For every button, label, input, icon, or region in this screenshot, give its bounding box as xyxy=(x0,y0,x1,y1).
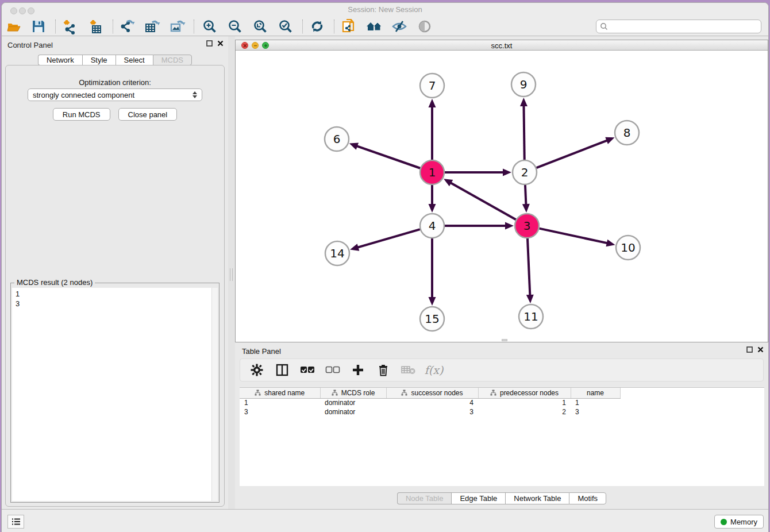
control-panel-title: Control Panel xyxy=(7,41,53,49)
export-image-button[interactable] xyxy=(168,18,187,34)
table-cell[interactable]: 4 xyxy=(386,398,478,407)
table-row[interactable]: 3dominator323 xyxy=(240,407,764,417)
tab-network[interactable]: Network xyxy=(38,55,82,65)
memory-button[interactable]: Memory xyxy=(714,515,764,529)
graph-node[interactable]: 2 xyxy=(513,160,537,184)
node-table-body: 1dominator4113dominator323 xyxy=(240,398,764,417)
refresh-icon xyxy=(310,19,325,34)
graph-edge[interactable] xyxy=(523,105,524,160)
network-canvas[interactable]: 1234678910111415 xyxy=(236,51,768,342)
task-history-button[interactable] xyxy=(7,515,24,529)
panel-divider[interactable] xyxy=(228,36,235,509)
zoom-fit-button[interactable] xyxy=(251,18,270,34)
status-bar: Memory xyxy=(2,509,768,532)
table-cell[interactable]: 1 xyxy=(240,398,320,407)
search-field[interactable] xyxy=(596,20,761,33)
split-handle-icon[interactable] xyxy=(502,339,507,341)
graph-node[interactable]: 7 xyxy=(420,74,444,98)
delete-table-button xyxy=(400,361,417,379)
tab-edge-table[interactable]: Edge Table xyxy=(451,492,505,504)
criterion-dropdown[interactable]: strongly connected component xyxy=(28,88,202,101)
table-cell[interactable]: dominator xyxy=(320,407,386,417)
show-columns-button[interactable] xyxy=(274,361,291,379)
column-header-successor-nodes[interactable]: successor nodes xyxy=(386,388,478,398)
select-all-button[interactable] xyxy=(299,361,316,379)
graph-edge[interactable] xyxy=(356,146,420,168)
homes-icon xyxy=(365,19,383,34)
zoom-in-icon xyxy=(202,19,217,34)
graph-node[interactable]: 11 xyxy=(519,304,543,329)
table-cell[interactable]: 1 xyxy=(571,398,620,407)
control-panel-tabs: Network Style Select MCDS xyxy=(2,55,228,65)
table-cell[interactable]: 3 xyxy=(571,407,620,417)
export-table-button[interactable] xyxy=(143,18,162,34)
table-cell[interactable]: 3 xyxy=(240,407,320,417)
table-cell[interactable]: dominator xyxy=(320,398,386,407)
table-delete-icon xyxy=(401,365,416,375)
network-graph[interactable]: 1234678910111415 xyxy=(236,51,769,342)
zoom-out-button[interactable] xyxy=(225,18,245,34)
graph-node[interactable]: 9 xyxy=(511,72,536,97)
column-header-shared-name[interactable]: shared name xyxy=(240,388,320,398)
node-table[interactable]: shared nameMCDS rolesuccessor nodesprede… xyxy=(240,387,764,486)
graph-edge[interactable] xyxy=(540,229,608,244)
column-header-MCDS-role[interactable]: MCDS role xyxy=(320,388,386,398)
import-network-button[interactable] xyxy=(60,18,79,34)
graph-node-label: 1 xyxy=(429,165,436,179)
graph-edge[interactable] xyxy=(528,238,530,296)
close-panel-icon[interactable] xyxy=(757,346,764,353)
graph-edge[interactable] xyxy=(450,183,515,220)
graph-node[interactable]: 3 xyxy=(515,214,539,238)
table-toolbar: f(x) xyxy=(240,358,764,381)
tab-motifs[interactable]: Motifs xyxy=(569,492,606,504)
add-column-button[interactable] xyxy=(349,361,367,379)
tab-select[interactable]: Select xyxy=(116,55,153,65)
clone-network-button[interactable] xyxy=(339,18,359,34)
zoom-in-button[interactable] xyxy=(200,18,220,34)
delete-column-button[interactable] xyxy=(375,361,392,379)
tab-network-table[interactable]: Network Table xyxy=(505,492,569,504)
network-titlebar[interactable]: scc.txt xyxy=(236,40,768,51)
run-mcds-button[interactable]: Run MCDS xyxy=(53,108,110,121)
graph-edge[interactable] xyxy=(525,185,526,205)
refresh-button[interactable] xyxy=(307,18,327,34)
float-panel-icon[interactable] xyxy=(206,40,213,47)
tab-style[interactable]: Style xyxy=(82,55,116,65)
graph-node[interactable]: 14 xyxy=(325,241,349,265)
search-input[interactable] xyxy=(610,21,761,32)
toolbar-separator xyxy=(302,20,303,33)
import-table-button[interactable] xyxy=(86,18,106,34)
deselect-all-button[interactable] xyxy=(324,361,341,379)
close-panel-button[interactable]: Close panel xyxy=(118,108,178,121)
table-settings-button[interactable] xyxy=(248,361,265,379)
mcds-result-group: MCDS result (2 nodes) 1 3 xyxy=(10,283,220,503)
open-session-button[interactable] xyxy=(5,18,24,34)
graph-node[interactable]: 4 xyxy=(420,214,444,238)
table-cell[interactable]: 1 xyxy=(478,398,571,407)
table-cell[interactable]: 2 xyxy=(478,407,571,417)
column-header-name[interactable]: name xyxy=(571,388,620,398)
export-network-button[interactable] xyxy=(117,18,137,34)
graph-node[interactable]: 6 xyxy=(325,127,349,151)
result-scrollbar[interactable] xyxy=(211,288,218,501)
tab-mcds[interactable]: MCDS xyxy=(153,55,192,65)
show-graphics-button[interactable] xyxy=(415,18,434,34)
tab-node-table[interactable]: Node Table xyxy=(397,492,452,504)
mcds-result-text[interactable]: 1 3 xyxy=(12,288,211,501)
column-header-predecessor-nodes[interactable]: predecessor nodes xyxy=(478,388,571,398)
graph-node[interactable]: 10 xyxy=(616,236,640,260)
table-cell[interactable]: 3 xyxy=(386,407,478,417)
graph-edge[interactable] xyxy=(357,229,420,248)
column-tree-icon xyxy=(490,390,496,396)
hide-graphics-button[interactable] xyxy=(390,18,409,34)
first-neighbors-button[interactable] xyxy=(364,18,384,34)
graph-edge[interactable] xyxy=(537,140,608,168)
save-session-button[interactable] xyxy=(29,18,48,34)
graph-node[interactable]: 8 xyxy=(615,121,639,145)
graph-node[interactable]: 15 xyxy=(420,307,444,331)
float-panel-icon[interactable] xyxy=(746,346,753,353)
graph-node[interactable]: 1 xyxy=(420,160,444,184)
table-row[interactable]: 1dominator411 xyxy=(240,398,764,407)
zoom-selected-button[interactable] xyxy=(276,18,295,34)
close-panel-icon[interactable] xyxy=(217,40,224,47)
